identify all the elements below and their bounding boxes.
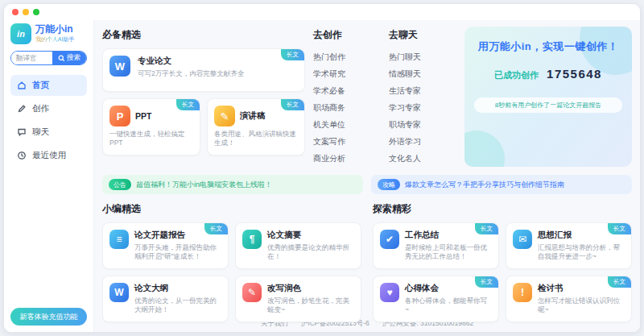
create-category-link[interactable]: 商业分析	[313, 150, 381, 167]
outline-doc-icon: ≡	[109, 230, 129, 249]
create-category-link[interactable]: 职场商务	[313, 99, 381, 116]
word-doc-icon: W	[109, 56, 130, 77]
search-button-label: 搜索	[67, 53, 80, 63]
notice-guide[interactable]: 攻略 爆款文章怎么写？手把手分享技巧与创作细节指南	[371, 175, 632, 194]
brush-icon: ✎	[242, 283, 262, 302]
pick-card-abstract[interactable]: ¶ 论文摘要 优秀的摘要是论文的精华所在！	[235, 222, 361, 269]
sidebar-item-chat[interactable]: 聊天	[10, 122, 87, 143]
chat-category-link[interactable]: 文化名人	[389, 150, 456, 167]
sidebar-item-home[interactable]: 首页	[10, 75, 87, 96]
chat-category-link[interactable]: 职场专家	[389, 116, 456, 133]
window-titlebar	[4, 4, 640, 20]
sidebar-item-label: 创作	[32, 103, 49, 114]
sidebar-item-label: 最近使用	[32, 150, 66, 161]
chat-category-link[interactable]: 学习专家	[389, 99, 456, 116]
search-button[interactable]: 搜索	[52, 52, 86, 64]
notice-announcement[interactable]: 公告 超值福利！万能小in电脑端安装包上线啦！	[102, 175, 363, 194]
promo-ticker: 8秒前有用户创作了一篇论文开题报告	[474, 97, 622, 113]
card-title: PPT	[135, 111, 151, 121]
create-category-link[interactable]: 学术研究	[313, 65, 381, 82]
card-desc: 各种心得体会，都能帮你写~	[405, 297, 489, 315]
essential-card-speech[interactable]: 长文 ✎ 演讲稿 各类用途、风格演讲稿快速生成！	[207, 98, 305, 156]
chat-category-link[interactable]: 生活专家	[389, 82, 456, 99]
long-text-badge: 长文	[281, 49, 304, 60]
card-title: 专业论文	[138, 56, 244, 67]
warning-icon: !	[513, 283, 532, 302]
new-user-recharge-button[interactable]: 新客体验充值功能	[10, 308, 87, 326]
chat-category-link[interactable]: 情感聊天	[389, 65, 456, 82]
minimize-window-button[interactable]	[23, 9, 29, 15]
search-input[interactable]	[11, 52, 52, 64]
pick-card-outline[interactable]: W 论文大纲 优秀的论文，从一份完美的大纲开始！	[102, 276, 229, 322]
sidebar: in 万能小in 我的个人AI助手 搜索 首页	[4, 20, 94, 332]
section-title-go-create: 去创作	[313, 28, 381, 42]
card-title: 论文大纲	[134, 283, 218, 294]
essential-card-ppt[interactable]: 长文 P PPT 一键快速生成，轻松搞定PPT	[102, 98, 200, 156]
essential-card-thesis[interactable]: 长文 W 专业论文 可写2万字长文，内容完整文献齐全	[102, 48, 305, 92]
guide-text: 爆款文章怎么写？手把手分享技巧与创作细节指南	[405, 180, 564, 190]
pick-card-polish[interactable]: ✎ 改写润色 改写润色，妙笔生花，完美蜕变~	[235, 276, 361, 322]
card-desc: 是时候给上司和老板一份优秀无比的工作总结！	[405, 243, 489, 262]
create-category-link[interactable]: 文案写作	[313, 133, 381, 150]
card-title: 演讲稿	[240, 110, 266, 122]
app-window: in 万能小in 我的个人AI助手 搜索 首页	[3, 3, 641, 333]
announcement-text: 超值福利！万能小in电脑端安装包上线啦！	[136, 180, 272, 190]
create-category-link[interactable]: 学术必备	[313, 82, 381, 99]
section-essentials: 必备精选 长文 W 专业论文 可写2万字长文，内容完整文献齐全 长文	[102, 27, 305, 167]
app-tagline: 我的个人AI助手	[35, 35, 75, 44]
long-text-badge: 长文	[475, 276, 498, 288]
long-text-badge: 长文	[281, 99, 304, 110]
section-title-explore: 探索精彩	[373, 202, 632, 216]
pick-card-proposal[interactable]: 长文 ≡ 论文开题报告 万事开头难，开题报告助你顺利开启"研"途成长！	[102, 222, 229, 269]
search-icon	[58, 55, 65, 62]
app-logo-icon: in	[10, 23, 31, 44]
ppt-icon: P	[109, 106, 130, 127]
explore-card-reflections[interactable]: 长文 ♥ 心得体会 各种心得体会，都能帮你写~	[373, 276, 499, 322]
long-text-badge: 长文	[608, 276, 631, 288]
chat-bubble-icon	[17, 127, 27, 137]
section-title-editor-picks: 小编精选	[102, 202, 361, 216]
chat-category-link[interactable]: 热门聊天	[389, 48, 456, 65]
section-editor-picks: 小编精选 长文 ≡ 论文开题报告 万事开头难，开题报告助你顺利开启"研"途成长！	[102, 201, 361, 314]
section-title-essentials: 必备精选	[102, 28, 305, 42]
card-desc: 可写2万字长文，内容完整文献齐全	[138, 69, 244, 78]
sidebar-item-recent[interactable]: 最近使用	[10, 145, 87, 166]
maximize-window-button[interactable]	[33, 9, 39, 15]
sidebar-item-label: 首页	[32, 80, 49, 91]
sidebar-menu: 首页 创作 聊天 最近使用	[10, 75, 87, 168]
heart-icon: ♥	[380, 283, 399, 302]
card-title: 论文摘要	[267, 230, 351, 241]
card-desc: 各类用途、风格演讲稿快速生成！	[214, 130, 298, 148]
sidebar-item-label: 聊天	[32, 127, 49, 138]
create-category-link[interactable]: 热门创作	[313, 48, 381, 65]
card-desc: 优秀的论文，从一份完美的大纲开始！	[134, 297, 218, 315]
section-title-go-chat: 去聊天	[389, 28, 456, 42]
card-desc: 一键快速生成，轻松搞定PPT	[109, 130, 193, 148]
card-title: 改写润色	[267, 283, 351, 294]
abstract-icon: ¶	[242, 230, 262, 249]
create-category-link[interactable]: 机关单位	[313, 116, 381, 133]
card-desc: 怎样写才能让错误认识到位呢~	[538, 297, 621, 315]
word-doc-icon: W	[109, 283, 129, 302]
home-icon	[17, 81, 27, 90]
announcement-tag: 公告	[109, 179, 131, 190]
main-content: 必备精选 长文 W 专业论文 可写2万字长文，内容完整文献齐全 长文	[94, 20, 640, 332]
long-text-badge: 长文	[608, 223, 631, 234]
explore-card-thought-report[interactable]: 长文 ✉ 思想汇报 汇报思想与培养的分析，帮自我提升更进一步~	[506, 222, 632, 269]
app-logo: in 万能小in 我的个人AI助手	[10, 23, 87, 44]
section-explore: 探索精彩 长文 ✔ 工作总结 是时候给上司和老板一份优秀无比的工作总结！ 长文	[373, 201, 632, 314]
card-desc: 万事开头难，开题报告助你顺利开启"研"途成长！	[134, 243, 218, 262]
explore-card-work-summary[interactable]: 长文 ✔ 工作总结 是时候给上司和老板一份优秀无比的工作总结！	[373, 222, 499, 269]
guide-tag: 攻略	[378, 179, 400, 190]
explore-card-self-criticism[interactable]: 长文 ! 检讨书 怎样写才能让错误认识到位呢~	[506, 276, 632, 322]
chat-category-link[interactable]: 外语学习	[389, 133, 456, 150]
report-icon: ✉	[513, 230, 532, 249]
sidebar-item-create[interactable]: 创作	[10, 98, 87, 119]
clock-icon	[17, 151, 27, 160]
long-text-badge: 长文	[176, 99, 200, 110]
close-window-button[interactable]	[12, 9, 19, 15]
promo-stat-label: 已成功创作	[494, 69, 539, 81]
promo-stat-value: 1755648	[547, 67, 602, 81]
pencil-icon	[17, 104, 27, 114]
search-bar: 搜索	[10, 51, 87, 65]
